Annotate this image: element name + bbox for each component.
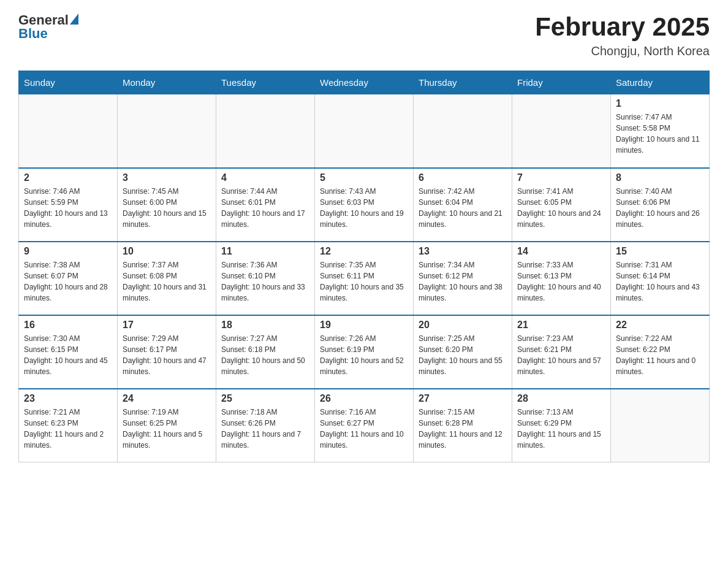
day-number: 5 — [320, 172, 408, 183]
calendar-cell: 9Sunrise: 7:38 AM Sunset: 6:07 PM Daylig… — [19, 242, 118, 315]
day-number: 28 — [517, 393, 605, 404]
day-number: 17 — [123, 320, 211, 331]
calendar-cell: 25Sunrise: 7:18 AM Sunset: 6:26 PM Dayli… — [216, 389, 315, 462]
calendar-week-row: 23Sunrise: 7:21 AM Sunset: 6:23 PM Dayli… — [19, 389, 710, 462]
calendar-cell: 10Sunrise: 7:37 AM Sunset: 6:08 PM Dayli… — [118, 242, 216, 315]
calendar-cell: 23Sunrise: 7:21 AM Sunset: 6:23 PM Dayli… — [19, 389, 118, 462]
calendar-cell: 17Sunrise: 7:29 AM Sunset: 6:17 PM Dayli… — [118, 315, 216, 389]
day-info: Sunrise: 7:37 AM Sunset: 6:08 PM Dayligh… — [123, 259, 211, 304]
calendar-cell: 6Sunrise: 7:42 AM Sunset: 6:04 PM Daylig… — [414, 168, 512, 242]
day-info: Sunrise: 7:22 AM Sunset: 6:22 PM Dayligh… — [616, 333, 704, 377]
calendar-week-row: 16Sunrise: 7:30 AM Sunset: 6:15 PM Dayli… — [19, 315, 710, 389]
day-info: Sunrise: 7:44 AM Sunset: 6:01 PM Dayligh… — [221, 186, 309, 230]
calendar-week-row: 2Sunrise: 7:46 AM Sunset: 5:59 PM Daylig… — [19, 168, 710, 242]
calendar-cell: 12Sunrise: 7:35 AM Sunset: 6:11 PM Dayli… — [315, 242, 414, 315]
calendar-cell: 14Sunrise: 7:33 AM Sunset: 6:13 PM Dayli… — [512, 242, 611, 315]
day-number: 4 — [221, 172, 309, 183]
calendar-cell: 2Sunrise: 7:46 AM Sunset: 5:59 PM Daylig… — [19, 168, 118, 242]
calendar-cell: 1Sunrise: 7:47 AM Sunset: 5:58 PM Daylig… — [611, 94, 710, 168]
day-info: Sunrise: 7:40 AM Sunset: 6:06 PM Dayligh… — [616, 186, 704, 230]
day-number: 10 — [123, 246, 211, 257]
day-number: 16 — [24, 320, 112, 331]
calendar-header-row: SundayMondayTuesdayWednesdayThursdayFrid… — [19, 71, 710, 94]
day-number: 22 — [616, 320, 704, 331]
header-monday: Monday — [118, 71, 216, 94]
day-number: 1 — [616, 98, 704, 109]
calendar-cell: 15Sunrise: 7:31 AM Sunset: 6:14 PM Dayli… — [611, 242, 710, 315]
calendar-table: SundayMondayTuesdayWednesdayThursdayFrid… — [18, 71, 710, 462]
calendar-cell: 21Sunrise: 7:23 AM Sunset: 6:21 PM Dayli… — [512, 315, 611, 389]
day-info: Sunrise: 7:45 AM Sunset: 6:00 PM Dayligh… — [123, 186, 211, 230]
day-info: Sunrise: 7:41 AM Sunset: 6:05 PM Dayligh… — [517, 186, 605, 230]
day-info: Sunrise: 7:38 AM Sunset: 6:07 PM Dayligh… — [24, 259, 112, 304]
calendar-cell — [19, 94, 118, 168]
day-number: 19 — [320, 320, 408, 331]
day-number: 23 — [24, 393, 112, 404]
calendar-cell: 26Sunrise: 7:16 AM Sunset: 6:27 PM Dayli… — [315, 389, 414, 462]
day-info: Sunrise: 7:29 AM Sunset: 6:17 PM Dayligh… — [123, 333, 211, 377]
calendar-cell: 24Sunrise: 7:19 AM Sunset: 6:25 PM Dayli… — [118, 389, 216, 462]
calendar-cell — [611, 389, 710, 462]
day-info: Sunrise: 7:18 AM Sunset: 6:26 PM Dayligh… — [221, 407, 309, 451]
day-info: Sunrise: 7:30 AM Sunset: 6:15 PM Dayligh… — [24, 333, 112, 377]
calendar-week-row: 1Sunrise: 7:47 AM Sunset: 5:58 PM Daylig… — [19, 94, 710, 168]
calendar-cell — [315, 94, 414, 168]
day-info: Sunrise: 7:13 AM Sunset: 6:29 PM Dayligh… — [517, 407, 605, 451]
day-number: 18 — [221, 320, 309, 331]
title-section: February 2025 Chongju, North Korea — [535, 12, 710, 58]
page-title: February 2025 — [535, 12, 710, 42]
day-info: Sunrise: 7:27 AM Sunset: 6:18 PM Dayligh… — [221, 333, 309, 377]
day-number: 8 — [616, 172, 704, 183]
calendar-cell — [118, 94, 216, 168]
calendar-week-row: 9Sunrise: 7:38 AM Sunset: 6:07 PM Daylig… — [19, 242, 710, 315]
day-info: Sunrise: 7:15 AM Sunset: 6:28 PM Dayligh… — [419, 407, 507, 451]
day-info: Sunrise: 7:25 AM Sunset: 6:20 PM Dayligh… — [419, 333, 507, 377]
calendar-cell: 8Sunrise: 7:40 AM Sunset: 6:06 PM Daylig… — [611, 168, 710, 242]
calendar-cell: 13Sunrise: 7:34 AM Sunset: 6:12 PM Dayli… — [414, 242, 512, 315]
day-number: 6 — [419, 172, 507, 183]
calendar-cell: 22Sunrise: 7:22 AM Sunset: 6:22 PM Dayli… — [611, 315, 710, 389]
day-number: 24 — [123, 393, 211, 404]
day-number: 9 — [24, 246, 112, 257]
day-info: Sunrise: 7:34 AM Sunset: 6:12 PM Dayligh… — [419, 259, 507, 304]
day-info: Sunrise: 7:21 AM Sunset: 6:23 PM Dayligh… — [24, 407, 112, 451]
header-tuesday: Tuesday — [216, 71, 315, 94]
day-info: Sunrise: 7:23 AM Sunset: 6:21 PM Dayligh… — [517, 333, 605, 377]
page-header: General Blue February 2025 Chongju, Nort… — [18, 12, 710, 58]
day-info: Sunrise: 7:26 AM Sunset: 6:19 PM Dayligh… — [320, 333, 408, 377]
day-info: Sunrise: 7:46 AM Sunset: 5:59 PM Dayligh… — [24, 186, 112, 230]
day-number: 11 — [221, 246, 309, 257]
day-number: 13 — [419, 246, 507, 257]
day-number: 15 — [616, 246, 704, 257]
day-info: Sunrise: 7:33 AM Sunset: 6:13 PM Dayligh… — [517, 259, 605, 304]
day-number: 3 — [123, 172, 211, 183]
calendar-cell: 20Sunrise: 7:25 AM Sunset: 6:20 PM Dayli… — [414, 315, 512, 389]
day-number: 25 — [221, 393, 309, 404]
day-number: 27 — [419, 393, 507, 404]
day-info: Sunrise: 7:16 AM Sunset: 6:27 PM Dayligh… — [320, 407, 408, 451]
day-number: 14 — [517, 246, 605, 257]
day-info: Sunrise: 7:43 AM Sunset: 6:03 PM Dayligh… — [320, 186, 408, 230]
calendar-cell: 11Sunrise: 7:36 AM Sunset: 6:10 PM Dayli… — [216, 242, 315, 315]
day-info: Sunrise: 7:35 AM Sunset: 6:11 PM Dayligh… — [320, 259, 408, 304]
calendar-cell: 5Sunrise: 7:43 AM Sunset: 6:03 PM Daylig… — [315, 168, 414, 242]
day-number: 7 — [517, 172, 605, 183]
calendar-cell: 7Sunrise: 7:41 AM Sunset: 6:05 PM Daylig… — [512, 168, 611, 242]
header-wednesday: Wednesday — [315, 71, 414, 94]
day-number: 26 — [320, 393, 408, 404]
calendar-cell: 18Sunrise: 7:27 AM Sunset: 6:18 PM Dayli… — [216, 315, 315, 389]
calendar-cell: 4Sunrise: 7:44 AM Sunset: 6:01 PM Daylig… — [216, 168, 315, 242]
day-info: Sunrise: 7:19 AM Sunset: 6:25 PM Dayligh… — [123, 407, 211, 451]
day-number: 12 — [320, 246, 408, 257]
logo: General Blue — [18, 12, 78, 42]
calendar-cell: 3Sunrise: 7:45 AM Sunset: 6:00 PM Daylig… — [118, 168, 216, 242]
calendar-cell: 16Sunrise: 7:30 AM Sunset: 6:15 PM Dayli… — [19, 315, 118, 389]
day-number: 21 — [517, 320, 605, 331]
calendar-cell: 28Sunrise: 7:13 AM Sunset: 6:29 PM Dayli… — [512, 389, 611, 462]
day-info: Sunrise: 7:42 AM Sunset: 6:04 PM Dayligh… — [419, 186, 507, 230]
page-subtitle: Chongju, North Korea — [535, 44, 710, 58]
calendar-cell — [512, 94, 611, 168]
day-number: 20 — [419, 320, 507, 331]
calendar-cell: 19Sunrise: 7:26 AM Sunset: 6:19 PM Dayli… — [315, 315, 414, 389]
calendar-cell: 27Sunrise: 7:15 AM Sunset: 6:28 PM Dayli… — [414, 389, 512, 462]
